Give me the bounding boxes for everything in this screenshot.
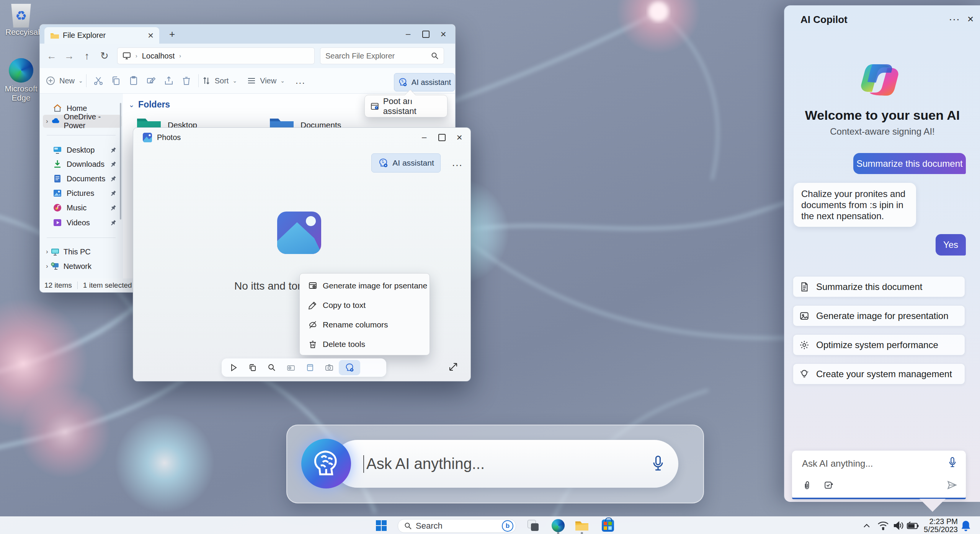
sidebar-item-this-pc[interactable]: › This PC xyxy=(43,245,122,258)
notification-bell-icon[interactable] xyxy=(960,520,972,532)
sort-button[interactable]: Sort ⌄ xyxy=(202,76,237,85)
refresh-icon[interactable]: ↻ xyxy=(96,47,113,64)
forward-icon[interactable]: → xyxy=(60,47,78,64)
sidebar-scrollbar[interactable] xyxy=(120,103,121,220)
menu-item-rename-columors[interactable]: Rename columors xyxy=(300,315,430,334)
back-icon[interactable]: ← xyxy=(43,47,60,64)
photos-logo-sun xyxy=(306,216,316,226)
menu-item-copy-to-text[interactable]: Copy to toxt xyxy=(300,295,430,315)
rename-button[interactable] xyxy=(142,72,160,90)
rename-slash-icon xyxy=(308,320,317,329)
photos-ai-assistant-button[interactable]: AI assistant xyxy=(371,153,441,173)
assistant-tooltip[interactable]: Poot an assistant xyxy=(364,95,448,117)
sidebar-item-onedrive[interactable]: › OneDrive - Power xyxy=(43,115,122,128)
copilot-input-box[interactable]: Ask AI anything... xyxy=(792,451,966,499)
breadcrumb[interactable]: Localhost xyxy=(142,52,175,60)
more-options-button[interactable]: ... xyxy=(296,75,305,86)
chevron-right-icon[interactable]: › xyxy=(46,262,48,270)
share-button[interactable] xyxy=(160,72,178,90)
taskbar-search[interactable]: Search b xyxy=(398,519,516,533)
mic-icon[interactable] xyxy=(652,455,665,472)
new-tab-button[interactable]: + xyxy=(169,28,175,40)
sidebar-item-pictures[interactable]: Pictures xyxy=(43,187,122,200)
slideshow-button[interactable] xyxy=(224,360,243,375)
delete-button[interactable] xyxy=(178,72,195,90)
suggestion-create-management[interactable]: Create your system management xyxy=(793,363,965,384)
taskbar-explorer-button[interactable] xyxy=(573,518,590,533)
chevron-right-icon[interactable]: › xyxy=(46,117,48,125)
file-explorer-tab[interactable]: File Explorer ✕ xyxy=(44,27,159,44)
sidebar-item-desktop[interactable]: Desktop xyxy=(43,143,122,156)
sort-icon xyxy=(202,76,211,85)
suggestion-summarize[interactable]: Summarize this document xyxy=(793,276,965,297)
photos-more-button[interactable]: ... xyxy=(452,157,463,169)
ai-assistant-button[interactable]: AI assistant xyxy=(394,73,455,91)
battery-icon[interactable] xyxy=(906,521,920,530)
tab-close-icon[interactable]: ✕ xyxy=(147,31,154,40)
sidebar-item-music[interactable]: Music xyxy=(43,201,122,214)
minimize-button[interactable]: – xyxy=(399,28,417,41)
close-button[interactable]: × xyxy=(451,131,468,144)
wifi-icon[interactable] xyxy=(877,521,889,531)
close-button[interactable]: × xyxy=(434,28,452,41)
menu-item-generate-image[interactable]: Generate image for psentane xyxy=(300,276,430,295)
copilot-welcome-heading: Welcome to your suen AI xyxy=(784,108,980,123)
album-button[interactable] xyxy=(301,360,320,375)
send-icon[interactable] xyxy=(947,480,957,490)
pin-icon xyxy=(109,175,116,182)
maximize-button[interactable] xyxy=(417,28,434,41)
camera-button[interactable] xyxy=(320,360,339,375)
new-button[interactable]: New ⌄ xyxy=(46,76,83,86)
ask-ai-input[interactable]: Ask AI anything... xyxy=(333,440,678,488)
home-icon xyxy=(53,104,62,113)
folders-group-header[interactable]: ⌄ Folders xyxy=(129,99,170,110)
paste-button[interactable] xyxy=(125,72,142,90)
address-bar[interactable]: › Localhost › xyxy=(117,47,315,64)
search-button[interactable] xyxy=(262,360,281,375)
taskbar-store-button[interactable] xyxy=(599,518,616,533)
photos-context-menu: Generate image for psentane Copy to toxt… xyxy=(299,273,430,355)
view-button[interactable]: View ⌄ xyxy=(247,76,285,85)
task-view-button[interactable] xyxy=(525,518,542,533)
edge-shortcut[interactable]: Microsoft Edge xyxy=(3,58,39,103)
chevron-down-icon: ⌄ xyxy=(78,78,83,84)
copilot-close-icon[interactable]: × xyxy=(967,13,973,25)
recycle-bin-shortcut[interactable]: ♻ Reccyisabla xyxy=(5,4,37,37)
fullscreen-expand-icon[interactable] xyxy=(448,361,459,373)
mic-icon[interactable] xyxy=(948,457,957,468)
up-icon[interactable]: ↑ xyxy=(78,47,96,64)
taskbar-edge-button[interactable] xyxy=(550,518,567,533)
recycle-bin-label: Reccyisabla xyxy=(5,28,37,37)
sidebar-item-videos[interactable]: Videos xyxy=(43,216,122,229)
tray-chevron-up-icon[interactable] xyxy=(862,521,871,531)
speaker-icon[interactable] xyxy=(893,521,904,531)
copilot-more-button[interactable]: ... xyxy=(949,11,960,23)
pin-icon xyxy=(109,204,116,211)
minimize-button[interactable]: – xyxy=(415,131,433,144)
sidebar-item-network[interactable]: › Network xyxy=(43,260,122,273)
menu-item-label: Delete tools xyxy=(323,340,365,349)
pin-icon xyxy=(109,147,116,153)
start-button[interactable] xyxy=(373,518,390,533)
suggestion-generate-image[interactable]: Generate image for presentation xyxy=(793,305,965,326)
cut-button[interactable] xyxy=(90,72,107,90)
running-indicator-explorer xyxy=(581,532,583,534)
import-button[interactable] xyxy=(281,360,301,375)
photos-ai-tool-button[interactable] xyxy=(339,360,360,375)
screenshot-icon[interactable] xyxy=(823,480,834,490)
pencil-icon xyxy=(308,301,317,310)
chevron-right-icon[interactable]: › xyxy=(46,248,48,256)
copy-button[interactable] xyxy=(107,72,125,90)
suggestion-optimize[interactable]: Optimize system performance xyxy=(793,334,965,355)
copy-button[interactable] xyxy=(243,360,262,375)
ai-brain-orb[interactable] xyxy=(301,439,351,488)
search-input[interactable]: Search File Explorer xyxy=(320,47,444,64)
sidebar-item-documents[interactable]: Documents xyxy=(43,172,122,185)
sidebar-item-downloads[interactable]: Downloads xyxy=(43,158,122,171)
menu-item-delete-tools[interactable]: Delete tools xyxy=(300,334,430,354)
attachment-icon[interactable] xyxy=(802,480,812,490)
maximize-button[interactable] xyxy=(433,131,451,144)
assistant-tooltip-icon xyxy=(370,102,379,111)
ai-assistant-label: AI assistant xyxy=(412,78,451,87)
taskbar-clock[interactable]: 2:23 PM 5/25/2023 xyxy=(924,518,958,534)
